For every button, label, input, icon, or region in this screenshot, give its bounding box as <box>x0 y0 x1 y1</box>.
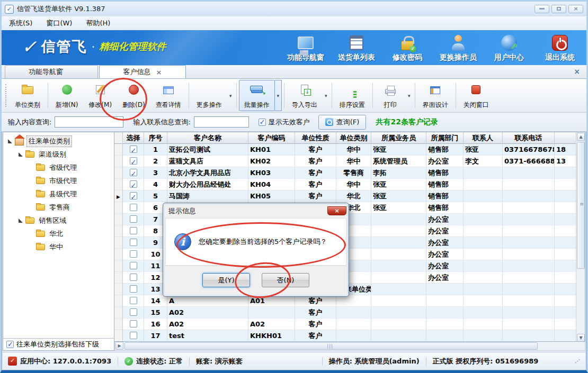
tab-close-icon[interactable]: × <box>156 68 162 76</box>
row-checkbox[interactable] <box>130 157 137 165</box>
table-row[interactable]: ▶ 5 马国涛 KH05 客户 华北 张亚 销售部 <box>114 190 585 202</box>
toolbar-button[interactable]: 修改(M) <box>83 80 117 111</box>
row-checkbox[interactable] <box>130 169 137 176</box>
header-select[interactable]: 选择 <box>123 132 144 144</box>
tree-node[interactable]: 华中 <box>3 240 114 253</box>
header-extra[interactable] <box>555 132 578 144</box>
menu-item[interactable]: 窗口(W) <box>46 19 72 28</box>
yes-button[interactable]: 是(Y) <box>202 273 250 287</box>
cell-department: 销售部 <box>426 167 464 179</box>
tree-node[interactable]: 零售商 <box>3 201 114 214</box>
table-row[interactable]: ▶ 1 亚拓公司测试 KH01 客户 华中 张亚 销售部 张亚 03716678… <box>114 144 585 156</box>
resize-grip-icon[interactable]: ⋰ <box>575 358 580 364</box>
row-checkbox[interactable] <box>130 297 137 304</box>
menu-item[interactable]: 帮助(H) <box>86 19 110 28</box>
toolbar-button[interactable]: 查看详情 <box>150 80 186 111</box>
tree-node[interactable]: 县级代理 <box>3 187 114 201</box>
toolbar-button[interactable]: 删除(D) <box>117 80 150 111</box>
show-invalid-checkbox[interactable] <box>259 119 266 126</box>
contact-query-input[interactable] <box>194 116 249 128</box>
row-checkbox[interactable] <box>130 308 137 316</box>
row-checkbox[interactable] <box>130 332 137 339</box>
menu-item[interactable]: 系统(S) <box>9 19 32 28</box>
tab[interactable]: 功能导航窗 × <box>5 65 98 78</box>
row-checkbox[interactable] <box>130 180 137 188</box>
dropdown-arrow-icon[interactable]: ▾ <box>406 80 413 111</box>
dropdown-arrow-icon[interactable]: ▾ <box>227 80 234 111</box>
header-customer-code[interactable]: 客户编码 <box>248 132 295 144</box>
table-row[interactable]: ▶ 15 A02 客户 <box>114 307 585 319</box>
toolbar-button[interactable]: 批量操作 <box>239 80 275 111</box>
banner-button[interactable]: 退出系统 <box>541 33 579 62</box>
header-customer-name[interactable]: 客户名称 <box>167 132 248 144</box>
tree-node[interactable]: 省级代理 <box>3 161 114 174</box>
banner-button[interactable]: 更换操作员 <box>439 33 477 62</box>
toolbar-button[interactable]: 排序设置 <box>334 80 370 111</box>
tree-node[interactable]: 市级代理 <box>3 174 114 187</box>
banner-button[interactable]: 功能导航窗 <box>287 33 325 62</box>
toolbar-button[interactable]: 关闭窗口 <box>458 80 494 111</box>
header-phone[interactable]: 联系电话 <box>503 132 555 144</box>
tree-node[interactable]: 往来单位类别 <box>3 134 114 148</box>
row-checkbox[interactable] <box>130 274 137 281</box>
banner-button[interactable]: 送货单列表 <box>337 33 376 62</box>
row-checkbox[interactable] <box>130 250 137 258</box>
tree-expander-icon[interactable] <box>17 150 24 158</box>
horizontal-scrollbar-thumb[interactable] <box>124 342 538 350</box>
header-department[interactable]: 所属部门 <box>426 132 464 144</box>
tabstrip-close-icon[interactable]: × <box>574 67 580 76</box>
row-checkbox[interactable] <box>130 215 137 223</box>
horizontal-scrollbar[interactable]: ◀ ▶ <box>114 342 585 351</box>
header-unit-nature[interactable]: 单位性质 <box>295 132 336 144</box>
dropdown-arrow-icon[interactable]: ▾ <box>323 80 329 111</box>
toolbar-button[interactable]: 导入导出 <box>287 80 323 111</box>
scroll-right-icon[interactable]: ▶ <box>115 342 123 350</box>
dialog-close-icon[interactable]: × <box>327 206 346 215</box>
row-checkbox[interactable] <box>130 204 137 211</box>
row-checkbox[interactable] <box>130 285 137 293</box>
toolbar-button[interactable]: 打印 <box>375 80 406 111</box>
table-row[interactable]: ▶ 4 财大办公用品经销处 KH04 客户 华中 张亚 销售部 <box>114 179 585 190</box>
tree-node[interactable]: 渠道级别 <box>3 148 114 161</box>
header-salesman[interactable]: 所属业务员 <box>371 132 426 144</box>
maximize-button[interactable] <box>551 5 566 13</box>
vertical-scrollbar-thumb[interactable] <box>577 142 585 269</box>
table-row[interactable]: ▶ 16 A02 A02 客户 <box>114 319 585 330</box>
table-row[interactable]: ▶ 2 蓝猫文具店 KH02 客户 华中 系统管理员 办公室 李文 0371-6… <box>114 156 585 167</box>
table-row[interactable]: ▶ 17 test KHKH01 客户 <box>114 330 585 342</box>
content-query-input[interactable] <box>55 116 123 128</box>
header-contact[interactable]: 联系人 <box>464 132 503 144</box>
header-index[interactable]: 序号 <box>144 132 167 144</box>
no-button[interactable]: 否(N) <box>262 273 309 287</box>
tree-node[interactable]: 华北 <box>3 227 114 240</box>
include-sublevel-checkbox[interactable] <box>6 341 14 348</box>
row-checkbox[interactable] <box>130 239 137 246</box>
table-row[interactable]: ▶ 14 A A01 客户 <box>114 295 585 307</box>
row-checkbox[interactable] <box>130 145 137 153</box>
scroll-up-icon[interactable]: ▲ <box>577 133 585 141</box>
toolbar-button[interactable]: 单位类别 <box>10 80 46 111</box>
header-unit-category[interactable]: 单位类别 <box>336 132 371 144</box>
toolbar-button[interactable]: 界面设计 <box>417 80 453 111</box>
close-button[interactable]: × <box>568 5 583 13</box>
row-checkbox[interactable] <box>130 320 137 327</box>
dropdown-arrow-icon[interactable]: ▾ <box>275 80 282 111</box>
table-row[interactable]: ▶ 3 北京小学文具用品店 KH03 客户 零售商 李拓 销售部 <box>114 167 585 179</box>
scroll-down-icon[interactable]: ▼ <box>577 334 585 342</box>
dialog-title-bar[interactable]: 提示信息 × <box>163 203 349 217</box>
row-checkbox[interactable] <box>130 262 137 269</box>
toolbar-button[interactable]: 更多操作 <box>191 80 227 111</box>
query-button[interactable]: 查询(F) <box>318 115 367 130</box>
row-checkbox[interactable] <box>130 227 137 234</box>
tree-node[interactable]: 销售区域 <box>3 214 114 227</box>
row-checkbox[interactable] <box>130 192 137 199</box>
banner-button[interactable]: 用户中心 <box>490 33 528 62</box>
banner-button[interactable]: 修改密码 <box>388 33 426 62</box>
vertical-scrollbar[interactable]: ▲ ▼ <box>576 132 585 342</box>
toolbar-button[interactable]: 新增(N) <box>50 80 83 111</box>
minimize-button[interactable] <box>534 5 549 13</box>
tree-expander-icon[interactable] <box>6 137 14 145</box>
tab[interactable]: 客户信息 × <box>99 65 186 78</box>
tree-expander-icon[interactable] <box>17 216 24 224</box>
toolbar-grip[interactable] <box>5 84 8 107</box>
